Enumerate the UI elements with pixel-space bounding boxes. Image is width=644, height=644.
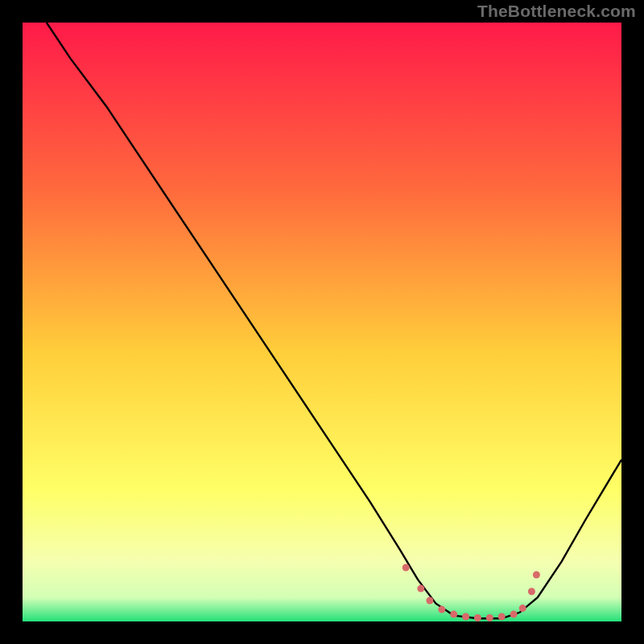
sweet-spot-dot (498, 613, 506, 621)
chart-frame: TheBottleneck.com (0, 0, 644, 644)
sweet-spot-dot (417, 585, 424, 592)
sweet-spot-dot (438, 606, 445, 613)
sweet-spot-dot (486, 614, 493, 621)
sweet-spot-dot (450, 611, 457, 618)
chart-plot-area (23, 23, 621, 621)
sweet-spot-dot (426, 597, 433, 605)
sweet-spot-dot (402, 564, 410, 572)
sweet-spot-dot (462, 613, 469, 621)
gradient-background (23, 23, 621, 621)
chart-svg (23, 23, 621, 621)
sweet-spot-dot (533, 572, 540, 579)
sweet-spot-dot (528, 588, 535, 595)
watermark-text: TheBottleneck.com (477, 2, 636, 21)
sweet-spot-dot (510, 611, 518, 618)
sweet-spot-dot (474, 614, 481, 621)
sweet-spot-dot (519, 605, 526, 612)
